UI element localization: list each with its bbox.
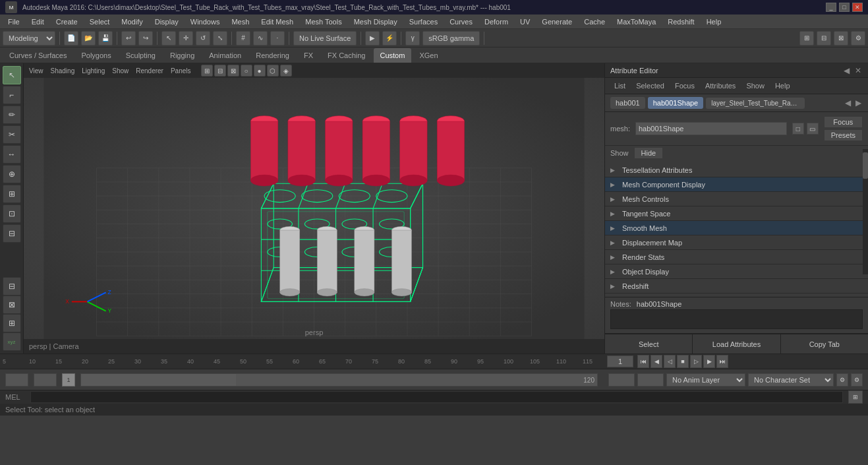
attr-section-render-stats[interactable]: ▶ Render Stats bbox=[605, 250, 868, 264]
attr-section-mesh-component[interactable]: ▶ Mesh Component Display bbox=[605, 177, 868, 192]
lasso-tool-side[interactable]: ⌐ bbox=[3, 86, 21, 104]
attr-copy-tab-button[interactable]: Copy Tab bbox=[781, 334, 868, 354]
bottom-side-btn3[interactable]: ⊞ bbox=[3, 314, 21, 332]
attr-nav-focus[interactable]: Focus bbox=[671, 80, 699, 91]
attr-section-object-display[interactable]: ▶ Object Display bbox=[605, 264, 868, 279]
menu-select[interactable]: Select bbox=[84, 16, 115, 27]
tab-custom[interactable]: Custom bbox=[374, 48, 412, 63]
pivot-tool-side[interactable]: ⊕ bbox=[3, 165, 21, 183]
tab-fx-caching[interactable]: FX Caching bbox=[321, 48, 372, 63]
snap-tool-side[interactable]: ⊞ bbox=[3, 185, 21, 203]
menu-generate[interactable]: Generate bbox=[536, 16, 577, 27]
snap-point-button[interactable]: · bbox=[270, 31, 285, 46]
snap-curve-button[interactable]: ∿ bbox=[253, 31, 268, 46]
vp-icon2[interactable]: ⊟ bbox=[214, 65, 226, 77]
bottom-side-btn2[interactable]: ⊠ bbox=[3, 295, 21, 314]
save-scene-button[interactable]: 💾 bbox=[98, 31, 113, 46]
attr-tab-next[interactable]: ▶ bbox=[854, 98, 863, 108]
vp-icon3[interactable]: ⊠ bbox=[227, 65, 239, 77]
start-frame-input[interactable]: 1 bbox=[5, 373, 28, 387]
bottom-side-btn1[interactable]: ⊟ bbox=[3, 277, 21, 295]
layout-button2[interactable]: ⊟ bbox=[817, 31, 831, 46]
menu-modify[interactable]: Modify bbox=[116, 16, 148, 27]
menu-redshift[interactable]: Redshift bbox=[662, 16, 699, 27]
snap-grid-button[interactable]: # bbox=[236, 31, 250, 46]
tab-curves-surfaces[interactable]: Curves / Surfaces bbox=[3, 48, 73, 63]
view-menu[interactable]: View bbox=[26, 67, 46, 75]
char-set-dropdown[interactable]: No Character Set bbox=[748, 373, 834, 387]
attr-nav-show[interactable]: Show bbox=[742, 80, 768, 91]
attr-focus-button[interactable]: Focus bbox=[824, 116, 863, 128]
select-tool-button[interactable]: ↖ bbox=[161, 31, 176, 46]
maximize-button[interactable]: □ bbox=[839, 3, 850, 12]
next-frame-button[interactable]: ▶ bbox=[703, 355, 715, 368]
tab-xgen[interactable]: XGen bbox=[413, 48, 444, 63]
attr-mesh-input[interactable] bbox=[635, 122, 787, 135]
redo-button[interactable]: ↪ bbox=[138, 31, 153, 46]
attr-section-displacement-map[interactable]: ▶ Displacement Map bbox=[605, 235, 868, 250]
menu-maxtomaya[interactable]: MaxToMaya bbox=[612, 16, 661, 27]
node-tab-layer[interactable]: layer_Steel_Test_Tube_Rack_with_Test_Tub… bbox=[706, 98, 805, 109]
node-tab-hab001[interactable]: hab001 bbox=[610, 97, 645, 109]
menu-surfaces[interactable]: Surfaces bbox=[404, 16, 443, 27]
attr-tab-prev[interactable]: ◀ bbox=[843, 98, 852, 108]
attr-nav-help[interactable]: Help bbox=[771, 80, 794, 91]
lighting-menu[interactable]: Lighting bbox=[79, 67, 107, 75]
hide-button[interactable]: Hide bbox=[634, 147, 664, 159]
magnet-tool-side[interactable]: ⊡ bbox=[3, 204, 21, 223]
tab-sculpting[interactable]: Sculpting bbox=[119, 48, 162, 63]
undo-button[interactable]: ↩ bbox=[121, 31, 136, 46]
range-end-input[interactable]: 120 bbox=[608, 373, 635, 387]
move-tool-button[interactable]: ✛ bbox=[179, 31, 193, 46]
attr-section-tangent-space[interactable]: ▶ Tangent Space bbox=[605, 206, 868, 221]
minimize-button[interactable]: _ bbox=[826, 3, 836, 12]
menu-curves[interactable]: Curves bbox=[444, 16, 478, 27]
anim-layer-dropdown[interactable]: No Anim Layer bbox=[666, 373, 745, 387]
menu-mesh-display[interactable]: Mesh Display bbox=[349, 16, 403, 27]
mel-input[interactable] bbox=[30, 391, 843, 403]
tab-fx[interactable]: FX bbox=[297, 48, 320, 63]
panels-menu[interactable]: Panels bbox=[168, 67, 194, 75]
vp-icon1[interactable]: ⊞ bbox=[201, 65, 213, 77]
node-tab-hab001shape[interactable]: hab001Shape bbox=[648, 97, 704, 109]
paint-tool-side[interactable]: ✏ bbox=[3, 106, 21, 124]
settings-button[interactable]: ⚙ bbox=[851, 31, 865, 46]
attr-section-tessellation[interactable]: ▶ Tessellation Attributes bbox=[605, 163, 868, 177]
attr-section-redshift[interactable]: ▶ Redshift bbox=[605, 279, 868, 294]
menu-edit[interactable]: Edit bbox=[26, 16, 49, 27]
scale-tool-button[interactable]: ⤡ bbox=[213, 31, 227, 46]
menu-uv[interactable]: UV bbox=[515, 16, 535, 27]
viewport-canvas[interactable]: Y Z X persp bbox=[24, 78, 604, 339]
prev-frame-button[interactable]: ◀ bbox=[651, 355, 662, 368]
menu-file[interactable]: File bbox=[3, 16, 25, 27]
menu-windows[interactable]: Windows bbox=[185, 16, 225, 27]
layout-button1[interactable]: ⊞ bbox=[799, 31, 814, 46]
menu-mesh[interactable]: Mesh bbox=[226, 16, 254, 27]
rotate-tool-button[interactable]: ↺ bbox=[196, 31, 210, 46]
menu-cache[interactable]: Cache bbox=[579, 16, 610, 27]
open-scene-button[interactable]: 📂 bbox=[81, 31, 96, 46]
stop-button[interactable]: ■ bbox=[677, 355, 689, 368]
renderer-menu[interactable]: Renderer bbox=[133, 67, 166, 75]
ipr-render-button[interactable]: ⚡ bbox=[382, 31, 397, 46]
vp-icon7[interactable]: ◈ bbox=[280, 65, 292, 77]
skip-start-button[interactable]: ⏮ bbox=[637, 355, 649, 368]
attr-panel-scroll-left[interactable]: ◀ bbox=[842, 66, 851, 75]
timeline-slider[interactable]: 120 bbox=[80, 373, 598, 387]
attr-scrollbar-thumb[interactable] bbox=[863, 152, 868, 179]
close-button[interactable]: ✕ bbox=[852, 3, 863, 12]
gamma-button[interactable]: γ bbox=[405, 31, 420, 46]
menu-display[interactable]: Display bbox=[150, 16, 184, 27]
cut-tool-side[interactable]: ✂ bbox=[3, 125, 21, 144]
menu-deform[interactable]: Deform bbox=[479, 16, 513, 27]
tab-animation[interactable]: Animation bbox=[202, 48, 248, 63]
current-frame-input[interactable] bbox=[607, 356, 633, 367]
attr-select-button[interactable]: Select bbox=[605, 334, 693, 354]
range-max-input[interactable]: 200 bbox=[637, 373, 664, 387]
skip-end-button[interactable]: ⏭ bbox=[716, 355, 728, 368]
layout-button3[interactable]: ⊠ bbox=[834, 31, 848, 46]
play-button[interactable]: ▷ bbox=[690, 355, 702, 368]
playback-frame-input[interactable]: 1 bbox=[34, 373, 57, 387]
mode-dropdown[interactable]: Modeling bbox=[3, 31, 55, 46]
menu-edit-mesh[interactable]: Edit Mesh bbox=[256, 16, 299, 27]
